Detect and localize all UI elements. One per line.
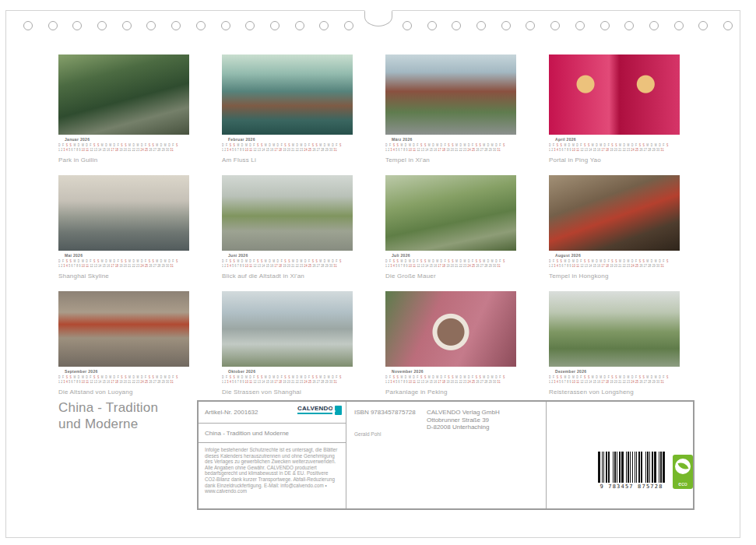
mini-calendar-dates: 1 2 3 4 5 6 7 8 9 10 11 12 13 14 15 16 1… [58,147,132,152]
month-caption: Am Fluss Li [222,156,353,164]
month-caption: Die Große Mauer [385,272,516,280]
month-label: Februar 2026 [228,137,353,142]
month-cell-juli: Juli 2026 D F S S M D M D F S S M D M D … [385,175,516,280]
legal-text: Infolge bestehender Schutzrechte ist es … [199,443,346,498]
isbn-number: ISBN 9783457875728 [354,409,416,416]
eco-logo: eco [673,455,693,489]
month-cell-dezember: Dezember 2026 D F S S M D M D F S S M D … [549,291,680,396]
binding-hole [72,21,82,30]
product-title: China - Tradition und Moderne [205,430,289,437]
ean-barcode: 9 783457 875728 [598,452,665,490]
month-photo [549,54,680,135]
binding-hole [674,21,684,30]
month-photo [385,291,516,367]
month-label: Juni 2026 [228,253,353,258]
month-caption: Tempel in Xi'an [385,156,516,164]
mini-calendar-dates: 1 2 3 4 5 6 7 8 9 10 11 12 13 14 15 16 1… [385,147,459,152]
mini-calendar-dates: 1 2 3 4 5 6 7 8 9 10 11 12 13 14 15 16 1… [385,379,459,384]
month-caption: Park in Guilin [58,156,189,164]
month-cell-august: August 2026 D F S S M D M D F S S M D M … [549,175,680,280]
binding-hole [600,21,610,30]
month-photo [385,175,516,251]
month-label: Oktober 2026 [228,369,353,374]
page-title: China - Tradition und Moderne [58,399,158,432]
month-label: Mai 2026 [65,253,189,258]
author-name: Gerald Pohl [354,431,381,437]
month-caption: Portal in Ping Yao [549,156,680,164]
eco-label: eco [673,481,693,487]
mini-calendar-dates: 1 2 3 4 5 6 7 8 9 10 11 12 13 14 15 16 1… [549,379,622,384]
article-number-row: Artikel-Nr. 2001632 CALVENDO [199,402,346,424]
mini-calendar-dates: 1 2 3 4 5 6 7 8 9 10 11 12 13 14 15 16 1… [222,147,295,152]
barcode-number: 9 783457 875728 [598,483,665,490]
month-photo [58,54,189,135]
binding-hole [245,21,255,30]
product-info-box: Artikel-Nr. 2001632 CALVENDO China - Tra… [197,400,694,510]
binding-hole [476,21,486,30]
month-caption: Die Altstand von Luoyang [58,389,189,396]
publisher-street: Ottobrunner Straße 39 [427,417,500,424]
binding-holes-left [23,21,353,30]
month-photo [58,291,189,367]
binding-hole [723,21,733,30]
calvendo-wordmark: CALVENDO [297,406,333,412]
binding-hole [427,21,437,30]
page-title-line1: China - Tradition [58,399,158,416]
calvendo-logo: CALVENDO [297,406,342,415]
binding-hole [452,21,461,30]
product-title-row: China - Tradition und Moderne [199,424,346,443]
month-caption: Shanghai Skyline [58,272,189,280]
binding-hole [550,21,560,30]
month-label: Juli 2026 [392,253,516,258]
month-label: April 2026 [555,137,680,142]
month-caption: Parkanlage in Peking [385,389,516,396]
publisher-city: D-82008 Unterhaching [427,424,500,431]
mini-calendar-dates: 1 2 3 4 5 6 7 8 9 10 11 12 13 14 15 16 1… [549,147,622,152]
month-photo [222,175,353,251]
binding-hole [501,21,511,30]
mini-calendar-dates: 1 2 3 4 5 6 7 8 9 10 11 12 13 14 15 16 1… [58,263,132,268]
binding-hole [698,21,708,30]
binding-hole [403,21,412,30]
info-box-middle-column: ISBN 9783457875728 CALVENDO Verlag GmbH … [346,402,547,508]
month-cell-februar: Februar 2026 D F S S M D M D F S S M D M… [222,54,353,164]
binding-hole [221,21,230,30]
calvendo-logo-icon [335,406,342,415]
binding-hole [23,21,33,30]
leaf-icon [677,460,688,471]
binding-hole [649,21,659,30]
month-grid: Januar 2026 D F S S M D M D F S S M D M … [58,54,680,396]
month-cell-maerz: März 2026 D F S S M D M D F S S M D M D … [385,54,516,164]
binding-hole [575,21,585,30]
month-caption: Reisterassen von Longsheng [549,389,680,396]
mini-calendar-dates: 1 2 3 4 5 6 7 8 9 10 11 12 13 14 15 16 1… [222,263,295,268]
month-cell-januar: Januar 2026 D F S S M D M D F S S M D M … [58,54,189,164]
binding-hole [171,21,181,30]
binding-hole [319,21,329,30]
month-cell-september: September 2026 D F S S M D M D F S S M D… [58,291,189,396]
month-cell-november: November 2026 D F S S M D M D F S S M D … [385,291,516,396]
eco-leaf-circle [675,459,691,474]
month-cell-mai: Mai 2026 D F S S M D M D F S S M D M D F… [58,175,189,280]
article-number: Artikel-Nr. 2001632 [205,409,258,416]
month-label: August 2026 [555,253,680,258]
month-label: November 2026 [392,369,516,374]
binding-hole [146,21,156,30]
month-cell-oktober: Oktober 2026 D F S S M D M D F S S M D M… [222,291,353,396]
month-photo [58,175,189,251]
month-caption: Blick auf die Altstadt in Xi'an [222,272,353,280]
month-photo [222,54,353,135]
month-caption: Tempel in Hongkong [549,272,680,280]
month-photo [549,291,680,367]
calvendo-logo-bar [297,413,333,414]
binding-hole [97,21,107,30]
mini-calendar-dates: 1 2 3 4 5 6 7 8 9 10 11 12 13 14 15 16 1… [549,263,622,268]
binding-hole [295,21,304,30]
month-photo [385,54,516,135]
binding-hole [344,21,353,30]
binding-hole [624,21,634,30]
month-label: September 2026 [65,369,189,374]
binding-holes-right [403,21,733,30]
mini-calendar-dates: 1 2 3 4 5 6 7 8 9 10 11 12 13 14 15 16 1… [222,379,295,384]
binding-hole [526,21,535,30]
